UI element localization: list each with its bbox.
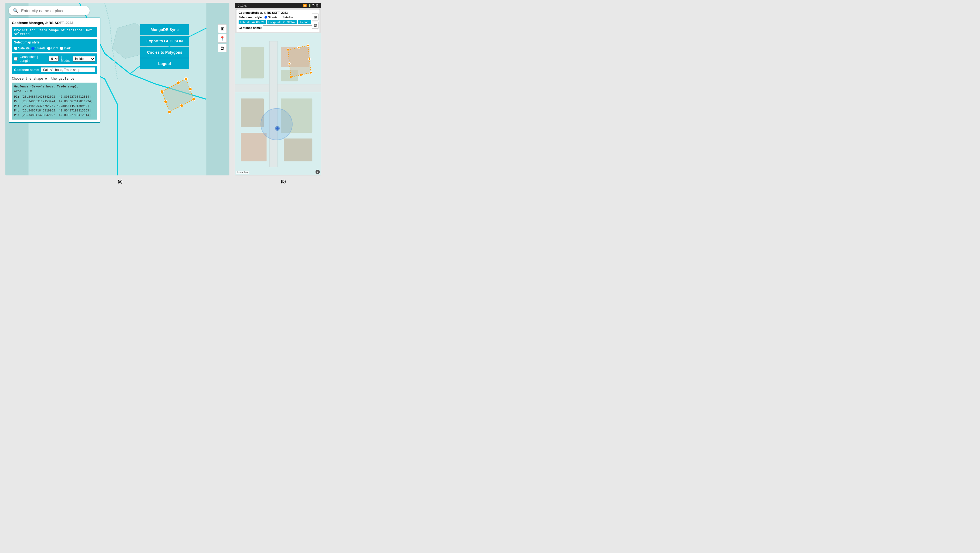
svg-point-32 (288, 62, 290, 65)
svg-point-28 (290, 76, 292, 78)
geofence-name-input[interactable] (41, 67, 95, 72)
radio-satellite-label: Satellite (18, 46, 30, 50)
menu-buttons-container: MongoDB Sync Export to GEOJSON Circles t… (140, 24, 189, 70)
geohash-mode-select[interactable]: Inside Outside Intersects (73, 56, 95, 62)
phone-geofence-panel: GeofenceBuilder, © RS-SOFT, 2023 Select … (236, 9, 320, 32)
svg-point-10 (164, 100, 167, 103)
phone-radio-satellite-label: Satellite (283, 16, 293, 19)
phone-geofence-name-label: Geofence name: (239, 26, 262, 29)
coord-p3: P3: [25.34869532376473, 42.8050145913094… (14, 103, 95, 108)
radio-streets-label: Streets (35, 46, 46, 50)
geohash-label: Geohashes | Length: (20, 55, 46, 63)
coord-p1: P1: [25.348541423842022, 42.805027064125… (14, 94, 95, 99)
captions-row: (a) (b) (0, 178, 326, 184)
project-row: Project id: Etara Shape of geofence: Not… (12, 27, 97, 37)
mongodb-sync-button[interactable]: MongoDB Sync (140, 24, 189, 35)
radio-satellite[interactable]: Satellite (14, 46, 30, 50)
svg-point-21 (261, 108, 292, 140)
coords-title: Geofence (Sakov's hous, Trade shop): (14, 85, 95, 88)
svg-point-27 (310, 72, 312, 74)
phone-panel-title: GeofenceBuilder, © RS-SOFT, 2023 (239, 11, 317, 14)
phone-radio-satellite[interactable]: Satellite (279, 16, 293, 19)
status-signal: 📶 🔋 74% (303, 4, 318, 7)
svg-point-26 (307, 44, 309, 46)
svg-marker-2 (162, 79, 194, 112)
export-geojson-button[interactable]: Export to GEOJSON (140, 36, 189, 46)
status-time: 9:11 ч. (238, 4, 247, 7)
svg-rect-13 (269, 41, 277, 167)
svg-point-7 (177, 81, 180, 84)
svg-point-31 (300, 74, 302, 76)
circles-to-polygons-button[interactable]: Circles to Polygons (140, 47, 189, 58)
svg-rect-14 (241, 47, 264, 78)
phone-radio-streets[interactable]: Streets (264, 16, 277, 19)
gm-title: Geofence Manager, © RS-SOFT, 2023 (12, 21, 97, 25)
svg-point-8 (189, 87, 192, 91)
svg-point-3 (160, 90, 163, 93)
svg-point-29 (298, 46, 299, 49)
coord-p2: P2: [25.348663112153474, 42.805067017816… (14, 99, 95, 103)
geohash-mode-label: | Mode: (61, 55, 70, 63)
radio-light[interactable]: Light (47, 46, 58, 50)
phone-square-icon[interactable]: ⊞ (312, 13, 319, 21)
radio-satellite-circle (14, 47, 17, 50)
geohash-length-select[interactable]: 9 8 7 6 (49, 56, 59, 62)
coord-p4: P4: [25.348571845919935, 42.804971921130… (14, 108, 95, 113)
mapbox-credit: © mapbox (236, 171, 249, 174)
phone-trash-icon[interactable]: 🗑 (312, 22, 319, 29)
coord-p5: P5: [25.348541423842022, 42.805027064125… (14, 113, 95, 118)
phone-radio-streets-circle (264, 16, 267, 19)
map-ctrl-location-icon[interactable]: 📍 (218, 34, 227, 43)
geohash-section: Geohashes | Length: 9 8 7 6 | Mode: Insi… (12, 54, 97, 64)
phone-name-row: Geofence name: (239, 25, 317, 30)
map-ctrl-square-icon[interactable]: ⊞ (218, 24, 227, 33)
radio-dark[interactable]: Dark (60, 46, 71, 50)
phone-map-area: © mapbox ℹ (235, 33, 321, 175)
choose-shape-text: Choose the shape of the geofence (12, 76, 97, 81)
map-style-radio-group: Satellite Streets Light Dark (14, 46, 71, 50)
geofence-manager-panel: Geofence Manager, © RS-SOFT, 2023 Projec… (9, 17, 100, 123)
phone-map-style-label: Select map style: (239, 16, 263, 19)
radio-dark-label: Dark (64, 46, 71, 50)
radio-streets[interactable]: Streets (31, 46, 46, 50)
svg-rect-20 (284, 138, 312, 161)
search-icon: 🔍 (13, 8, 18, 13)
map-style-section: Select map style: Satellite Streets Ligh… (12, 39, 97, 52)
panel-b: 9:11 ч. 📶 🔋 74% GeofenceBuilder, © RS-SO… (235, 3, 321, 175)
info-button[interactable]: ℹ (315, 170, 320, 174)
phone-radio-streets-label: Streets (268, 16, 277, 19)
svg-point-30 (308, 58, 310, 60)
phone-lat-row: Latitude: 42.88921 Longitude: 25.31942 E… (239, 20, 317, 24)
map-style-label: Select map style: (14, 40, 40, 44)
svg-marker-24 (288, 46, 311, 77)
geohash-checkbox[interactable] (14, 57, 18, 61)
caption-b-text: (b) (281, 179, 286, 184)
logout-button[interactable]: Logout (140, 58, 189, 69)
map-ctrl-trash-icon[interactable]: 🗑 (218, 44, 227, 52)
svg-rect-12 (235, 84, 321, 92)
svg-point-6 (168, 110, 171, 113)
latitude-label-value: Latitude: 42.88921 (239, 20, 266, 24)
svg-point-4 (185, 78, 187, 80)
map-controls: ⊞ 📍 🗑 (218, 24, 227, 52)
search-input[interactable] (21, 8, 85, 13)
caption-a: (a) (0, 179, 240, 184)
caption-a-text: (a) (118, 179, 122, 184)
radio-light-circle (47, 47, 51, 50)
coords-box: Geofence (Sakov's hous, Trade shop): Are… (12, 83, 97, 119)
geofence-name-label: Geofence name: (14, 68, 39, 72)
phone-status-bar: 9:11 ч. 📶 🔋 74% (235, 3, 321, 8)
phone-radio-satellite-circle (279, 16, 282, 19)
geofence-name-section: Geofence name: (12, 66, 97, 74)
phone-radio-group: Streets Satellite (264, 16, 293, 19)
svg-rect-17 (241, 99, 264, 127)
phone-icon-row: ⊞ 🗑 (312, 13, 319, 29)
panel-a: 🔍 Geofence Manager, © RS-SOFT, 2023 Proj… (5, 3, 229, 175)
phone-export-button[interactable]: Export (298, 20, 311, 24)
svg-point-5 (192, 98, 195, 101)
phone-geofence-name-input[interactable] (263, 25, 317, 30)
coords-area: Area: 72 m² (14, 89, 95, 93)
caption-b: (b) (240, 179, 326, 184)
longitude-label-value: Longitude: 25.31942 (267, 20, 297, 24)
svg-point-23 (276, 127, 278, 130)
